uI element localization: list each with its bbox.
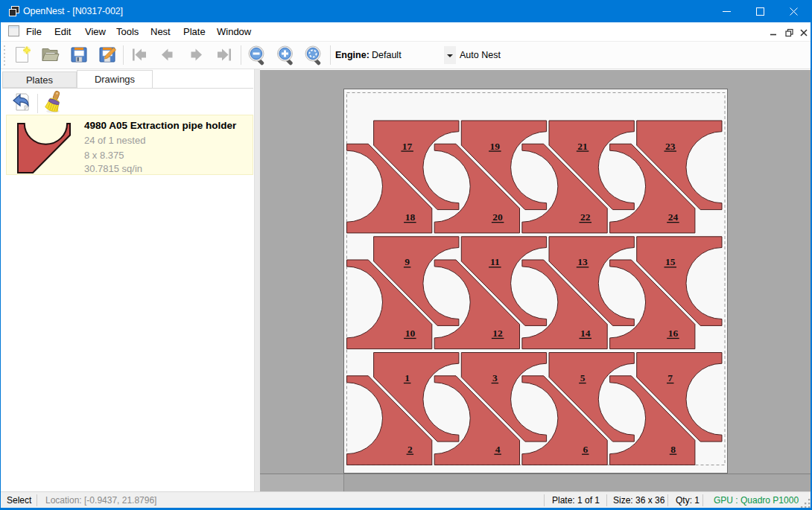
svg-text:19: 19 — [490, 141, 501, 152]
svg-text:22: 22 — [580, 211, 591, 223]
svg-text:9: 9 — [405, 256, 410, 267]
svg-text:12: 12 — [492, 328, 503, 339]
svg-text:21: 21 — [577, 141, 588, 152]
svg-text:14: 14 — [580, 328, 591, 339]
svg-text:20: 20 — [492, 211, 503, 223]
svg-text:2: 2 — [407, 444, 413, 455]
svg-text:7: 7 — [667, 372, 673, 383]
svg-text:3: 3 — [492, 372, 498, 383]
svg-text:6: 6 — [583, 444, 588, 455]
svg-text:17: 17 — [402, 141, 413, 152]
svg-text:5: 5 — [580, 372, 586, 383]
svg-text:1: 1 — [405, 372, 410, 383]
svg-text:18: 18 — [405, 211, 416, 223]
svg-text:15: 15 — [665, 256, 676, 267]
svg-text:8: 8 — [670, 444, 676, 455]
svg-text:4: 4 — [495, 444, 501, 455]
svg-text:13: 13 — [577, 256, 588, 267]
svg-text:10: 10 — [405, 328, 416, 339]
svg-text:23: 23 — [665, 141, 676, 152]
svg-text:24: 24 — [668, 211, 679, 223]
svg-text:11: 11 — [490, 256, 500, 267]
svg-text:16: 16 — [668, 328, 679, 339]
